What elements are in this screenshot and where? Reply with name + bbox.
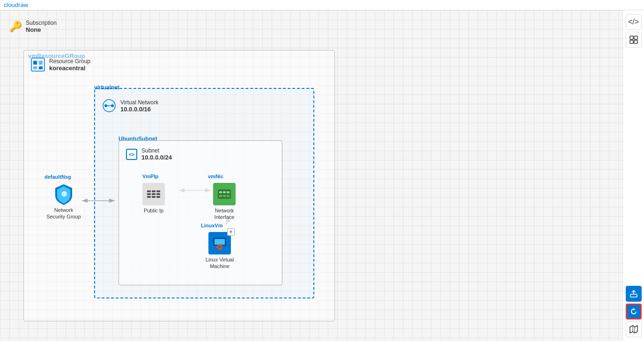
svg-rect-36 [634, 36, 637, 39]
nic-icon [213, 183, 236, 205]
code-icon: </> [628, 18, 639, 26]
subnet-header: <> Subnet 10.0.0.0/24 [126, 147, 172, 161]
subnet-text: Subnet 10.0.0.0/24 [141, 147, 172, 161]
svg-rect-35 [630, 36, 633, 39]
svg-rect-5 [31, 58, 44, 71]
subscription-box: 🔑 Subscription None [9, 20, 57, 33]
svg-point-31 [216, 246, 218, 248]
schema-icon [629, 36, 638, 44]
nsg-node[interactable]: ⊕ Network Security Group [45, 182, 82, 220]
code-button[interactable]: </> [626, 14, 642, 30]
subscription-label: Subscription [26, 20, 57, 26]
vnet-cidr: 10.0.0.0/16 [120, 106, 158, 113]
svg-rect-39 [630, 294, 637, 297]
svg-point-33 [220, 248, 222, 250]
linux-vm-node[interactable]: + [201, 232, 238, 270]
subnet-icon: <> [126, 148, 138, 160]
pip-label: Public Ip [144, 207, 163, 214]
right-toolbar: </> [622, 10, 644, 341]
map-button[interactable] [626, 321, 642, 337]
svg-rect-21 [223, 191, 226, 193]
rg-location: koreacentral [49, 65, 90, 72]
export-button[interactable] [626, 286, 642, 302]
schema-button[interactable] [626, 32, 642, 48]
svg-rect-28 [215, 239, 225, 245]
public-ip-node[interactable]: Public Ip [142, 183, 165, 214]
canvas-area: 🔑 Subscription None vmResourceGRoup [0, 10, 622, 341]
svg-rect-25 [227, 195, 229, 197]
export-icon [629, 290, 638, 298]
network-interface-node[interactable]: Network Interface [206, 183, 243, 221]
vnet-header: Virtual Network 10.0.0.0/16 [102, 98, 158, 113]
svg-rect-9 [39, 66, 43, 69]
nsg-label: Network Security Group [45, 207, 82, 220]
subscription-icon: 🔑 [9, 21, 22, 33]
nsg-icon: ⊕ [52, 182, 75, 205]
svg-rect-38 [634, 40, 637, 44]
svg-rect-19 [218, 189, 231, 199]
nic-name: vmNic [208, 174, 223, 179]
pip-name: VmPIp [142, 174, 158, 179]
nic-svg [216, 186, 233, 203]
subnet-label: Subnet [141, 147, 172, 154]
svg-point-32 [220, 244, 222, 246]
nsg-name: defaultNsg [44, 174, 71, 180]
vm-label: Linux Virtual Machine [201, 256, 238, 270]
map-icon [629, 325, 638, 334]
svg-rect-24 [223, 195, 226, 197]
svg-rect-23 [219, 195, 222, 197]
resource-group-icon [30, 57, 45, 72]
svg-rect-8 [33, 66, 37, 69]
top-bar: cloudraw [0, 0, 644, 10]
virtual-network-box[interactable]: Virtual Network 10.0.0.0/16 UbuntuSubnet… [94, 88, 314, 298]
vm-svg [211, 235, 228, 252]
svg-rect-7 [39, 61, 43, 65]
refresh-button[interactable] [626, 304, 642, 319]
svg-point-30 [218, 246, 221, 248]
svg-text:⊕: ⊕ [61, 190, 67, 198]
svg-text:<>: <> [129, 152, 134, 157]
svg-rect-22 [227, 191, 229, 193]
rg-text: Resource Group koreacentral [49, 58, 90, 72]
vnet-text: Virtual Network 10.0.0.0/16 [120, 99, 158, 113]
vnet-label: Virtual Network [120, 99, 158, 106]
pip-icon [142, 183, 165, 205]
subnet-cidr: 10.0.0.0/24 [141, 154, 172, 161]
vm-icon: + [208, 232, 231, 254]
vnet-icon [102, 98, 117, 113]
subscription-value: None [26, 26, 57, 33]
rg-header: Resource Group koreacentral [30, 57, 90, 72]
rg-label: Resource Group [49, 58, 90, 65]
vm-plus-btn[interactable]: + [227, 228, 235, 236]
svg-marker-41 [630, 326, 637, 333]
svg-rect-6 [33, 61, 37, 65]
app-name: cloudraw [4, 1, 28, 8]
svg-rect-37 [630, 40, 633, 44]
subscription-text: Subscription None [26, 20, 57, 33]
vm-name: LinuxVm [201, 223, 222, 228]
main-layout: 🔑 Subscription None vmResourceGRoup [0, 10, 644, 341]
nic-label: Network Interface [206, 207, 243, 221]
svg-rect-20 [219, 191, 222, 193]
subnet-box[interactable]: <> Subnet 10.0.0.0/24 VmPIp [118, 140, 282, 285]
refresh-icon [629, 307, 638, 316]
